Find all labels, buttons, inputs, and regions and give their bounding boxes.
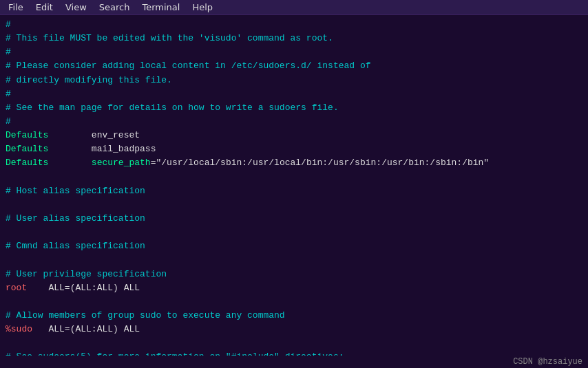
line (6, 253, 582, 267)
line: # User privilege specification (6, 268, 582, 281)
menu-terminal[interactable]: Terminal (136, 1, 185, 14)
line: Defaults mail_badpass (6, 142, 582, 156)
line (6, 171, 582, 184)
line: # See sudoers(5) for more information on… (6, 350, 582, 356)
line (6, 198, 582, 212)
line: # Please consider adding local content i… (6, 59, 582, 73)
line: root ALL=(ALL:ALL) ALL (6, 281, 582, 295)
menu-file[interactable]: File (3, 1, 29, 14)
line (6, 336, 582, 350)
line: # (6, 115, 582, 129)
menu-edit[interactable]: Edit (30, 1, 59, 14)
line: # (6, 87, 582, 101)
line: # (6, 18, 582, 32)
line (6, 295, 582, 309)
line: Defaults env_reset (6, 129, 582, 142)
menu-search[interactable]: Search (94, 1, 136, 14)
line: %sudo ALL=(ALL:ALL) ALL (6, 323, 582, 336)
line: # (6, 45, 582, 59)
line: # See the man page for details on how to… (6, 101, 582, 115)
menu-help[interactable]: Help (187, 1, 218, 14)
status-text: CSDN @hzsaiyue (513, 357, 582, 367)
line: # This file MUST be edited with the 'vis… (6, 32, 582, 45)
menubar: File Edit View Search Terminal Help (0, 0, 588, 15)
editor: ## This file MUST be edited with the 'vi… (0, 15, 588, 356)
line: # User alias specification (6, 212, 582, 226)
menu-view[interactable]: View (60, 1, 92, 14)
line: # directly modifying this file. (6, 74, 582, 87)
line: # Cmnd alias specification (6, 239, 582, 253)
statusbar: CSDN @hzsaiyue (0, 356, 588, 368)
line (6, 226, 582, 239)
line: Defaults secure_path="/usr/local/sbin:/u… (6, 156, 582, 170)
line: # Allow members of group sudo to execute… (6, 309, 582, 323)
line: # Host alias specification (6, 184, 582, 198)
lines-container: ## This file MUST be edited with the 'vi… (6, 18, 582, 356)
